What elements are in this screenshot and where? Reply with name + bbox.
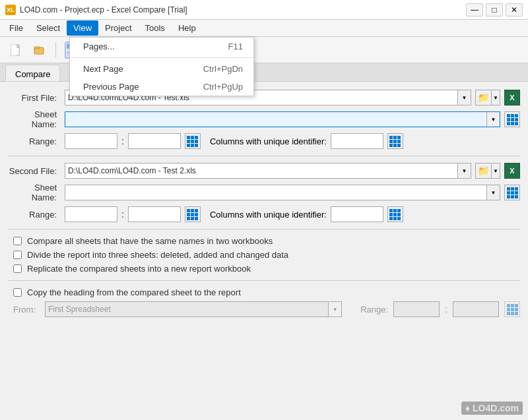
second-file-dropdown-arrow[interactable]: ▼: [457, 164, 471, 178]
from-range-colon: :: [445, 304, 447, 315]
svg-rect-3: [34, 47, 40, 49]
maximize-button[interactable]: □: [486, 3, 503, 16]
from-range-to-input[interactable]: [453, 301, 499, 317]
second-range-to-input[interactable]: [128, 206, 181, 222]
app-icon: XL: [5, 5, 16, 15]
checkboxes-section: Compare all sheets that have the same na…: [8, 236, 520, 274]
second-columns-table-icon[interactable]: [387, 206, 403, 222]
checkbox-copy-heading[interactable]: [13, 288, 22, 297]
checkbox-three-sheets-row: Divide the report into three sheets: del…: [8, 250, 520, 260]
second-sheet-dropdown-arrow[interactable]: ▼: [486, 185, 500, 200]
dropdown-prev-page-label: Previous Page: [83, 82, 139, 92]
first-range-label: Range:: [8, 136, 61, 146]
checkbox-same-names[interactable]: [13, 237, 22, 245]
svg-rect-1: [11, 45, 16, 55]
main-content: First File: ▼ 📁 ▼ X Sheet Name: ▼: [0, 82, 528, 420]
from-row: From: ▼ Range: :: [8, 301, 520, 317]
first-range-table-icon[interactable]: [185, 133, 201, 149]
first-range-to-input[interactable]: [128, 133, 181, 149]
dropdown-separator-1: [70, 57, 253, 58]
dropdown-next-page[interactable]: Next Page Ctrl+PgDn: [70, 60, 253, 78]
menu-file[interactable]: File: [3, 20, 30, 36]
first-sheet-dropdown-arrow[interactable]: ▼: [486, 112, 500, 127]
dropdown-prev-page[interactable]: Previous Page Ctrl+PgUp: [70, 78, 253, 96]
open-button[interactable]: [29, 40, 50, 60]
close-button[interactable]: ✕: [506, 3, 523, 16]
checkbox-three-sheets[interactable]: [13, 251, 22, 259]
checkbox-replicate[interactable]: [13, 264, 22, 273]
second-file-folder-icon[interactable]: 📁: [475, 163, 491, 179]
dropdown-pages-shortcut: F11: [228, 42, 243, 51]
checkbox-three-sheets-label: Divide the report into three sheets: del…: [27, 250, 288, 260]
first-file-folder-btn[interactable]: 📁 ▼: [475, 90, 500, 105]
window-title: LO4D.com - Project.ecp - Excel Compare […: [20, 5, 187, 15]
second-range-row: Range: : Columns with unique identifier:: [8, 206, 520, 222]
from-label: From:: [13, 305, 40, 315]
from-combo[interactable]: ▼: [45, 301, 342, 317]
view-dropdown-menu: Pages... F11 Next Page Ctrl+PgDn Previou…: [69, 37, 254, 96]
second-file-folder-arrow[interactable]: ▼: [491, 163, 500, 179]
menu-view[interactable]: View: [67, 20, 98, 36]
from-input[interactable]: [46, 303, 328, 315]
menu-project[interactable]: Project: [98, 20, 138, 36]
second-sheet-label: Sheet Name:: [8, 183, 61, 202]
first-range-row: Range: : Columns with unique identifier:: [8, 133, 520, 149]
first-sheet-row: Sheet Name: ▼: [8, 109, 520, 129]
first-columns-input[interactable]: [331, 133, 383, 149]
first-file-folder-icon[interactable]: 📁: [475, 90, 491, 105]
second-sheet-combo[interactable]: ▼: [65, 185, 500, 200]
menu-tools[interactable]: Tools: [139, 20, 172, 36]
second-file-row: Second File: ▼ 📁 ▼ X: [8, 163, 520, 179]
first-file-dropdown-arrow[interactable]: ▼: [457, 90, 471, 105]
tab-compare-label: Compare: [15, 69, 50, 79]
minimize-button[interactable]: —: [466, 3, 483, 16]
first-range-from-input[interactable]: [65, 133, 117, 149]
menu-select[interactable]: Select: [30, 20, 67, 36]
from-range-label: Range:: [360, 305, 388, 315]
title-bar-left: XL LO4D.com - Project.ecp - Excel Compar…: [5, 5, 187, 15]
second-range-label: Range:: [8, 210, 61, 220]
second-range-from-input[interactable]: [65, 206, 117, 222]
dropdown-prev-page-shortcut: Ctrl+PgUp: [203, 82, 243, 92]
checkbox-copy-heading-label: Copy the heading from the compared sheet…: [27, 287, 241, 297]
first-file-section: First File: ▼ 📁 ▼ X Sheet Name: ▼: [8, 90, 520, 149]
second-file-input[interactable]: [65, 165, 457, 177]
checkbox-copy-heading-row: Copy the heading from the compared sheet…: [8, 287, 520, 297]
title-bar: XL LO4D.com - Project.ecp - Excel Compar…: [0, 0, 528, 20]
first-columns-table-icon[interactable]: [387, 133, 403, 149]
tab-compare[interactable]: Compare: [5, 65, 60, 81]
first-sheet-input[interactable]: [65, 113, 486, 125]
first-sheet-label: Sheet Name:: [8, 109, 61, 129]
menu-help[interactable]: Help: [172, 20, 203, 36]
new-button[interactable]: [5, 40, 26, 60]
section-divider-2: [8, 229, 520, 229]
from-range-table-icon[interactable]: [504, 301, 520, 317]
second-sheet-table-icon[interactable]: [504, 185, 520, 200]
second-sheet-input[interactable]: [65, 187, 486, 198]
second-columns-label: Columns with unique identifier:: [210, 210, 327, 220]
title-bar-controls: — □ ✕: [466, 3, 523, 16]
checkbox-replicate-row: Replicate the compared sheets into a new…: [8, 264, 520, 274]
dropdown-pages[interactable]: Pages... F11: [70, 38, 253, 55]
first-columns-label: Columns with unique identifier:: [210, 136, 327, 146]
menu-bar: File Select View Project Tools Help Page…: [0, 20, 528, 37]
second-file-excel-icon[interactable]: X: [504, 163, 520, 179]
dropdown-next-page-shortcut: Ctrl+PgDn: [203, 64, 243, 74]
new-icon: [9, 44, 22, 57]
first-file-excel-icon[interactable]: X: [504, 90, 520, 105]
first-sheet-table-icon[interactable]: [504, 111, 520, 127]
dropdown-next-page-label: Next Page: [83, 64, 123, 74]
first-file-label: First File:: [8, 93, 61, 103]
first-file-folder-arrow[interactable]: ▼: [491, 90, 500, 105]
second-file-label: Second File:: [8, 166, 61, 176]
second-file-folder-btn[interactable]: 📁 ▼: [475, 163, 500, 179]
section-divider-3: [8, 280, 520, 281]
second-range-table-icon[interactable]: [185, 206, 201, 222]
dropdown-pages-label: Pages...: [83, 42, 115, 51]
from-dropdown-arrow[interactable]: ▼: [328, 302, 341, 316]
copy-heading-section: Copy the heading from the compared sheet…: [8, 287, 520, 317]
first-sheet-combo[interactable]: ▼: [65, 111, 500, 127]
from-range-from-input[interactable]: [393, 301, 440, 317]
second-columns-input[interactable]: [331, 206, 383, 222]
second-file-combo[interactable]: ▼: [65, 163, 471, 179]
